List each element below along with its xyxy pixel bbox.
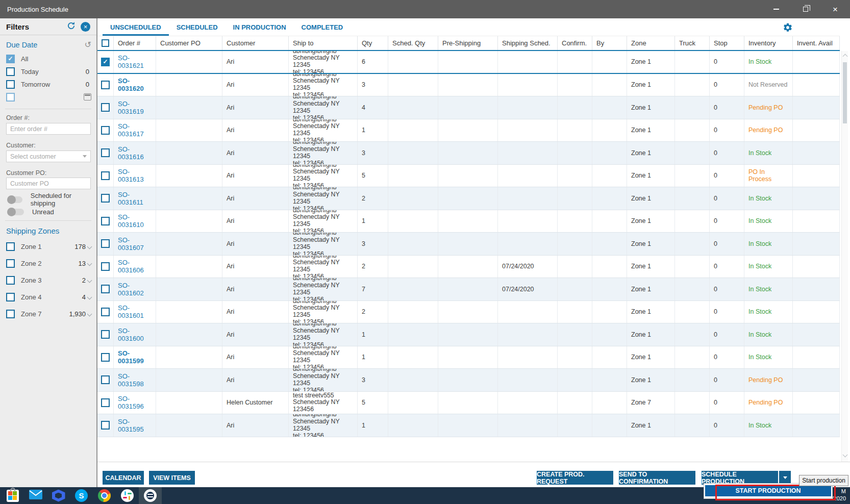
taskbar-icon-mail[interactable] (24, 487, 47, 504)
chevron-down-icon[interactable] (87, 294, 92, 299)
table-row[interactable]: SO-0031619AridbhfbhgfbhfghbSchenectady N… (97, 96, 840, 119)
table-row[interactable]: SO-0031606AridbhfbhgfbhfghbSchenectady N… (97, 256, 840, 279)
table-row[interactable]: SO-0031595AridbhfbhgfbhfghbSchenectady N… (97, 414, 840, 437)
table-row[interactable]: SO-0031610AridbhfbhgfbhfghbSchenectady N… (97, 210, 840, 233)
scrollbar-thumb[interactable] (843, 62, 847, 123)
chevron-down-icon[interactable] (87, 244, 92, 249)
reset-due-date-icon[interactable]: ↺ (85, 41, 91, 49)
column-header-inventory[interactable]: Inventory (744, 36, 793, 50)
taskbar-icon-hexagon-app[interactable] (47, 487, 70, 504)
zone-checkbox-zone-1[interactable] (6, 242, 15, 251)
table-row[interactable]: SO-0031616AridbhfbhgfbhfghbSchenectady N… (97, 142, 840, 165)
send-to-confirmation-button[interactable]: SEND TO CONFIRMATION (619, 471, 695, 485)
column-header-ship-to[interactable]: Ship to (289, 36, 358, 50)
row-checkbox[interactable] (101, 353, 110, 362)
row-checkbox[interactable] (101, 398, 110, 407)
row-checkbox[interactable] (101, 375, 110, 384)
taskbar-icon-microsoft-store[interactable] (1, 487, 24, 504)
taskbar-icon-production-app[interactable] (139, 487, 162, 504)
column-header-customer[interactable]: Customer (222, 36, 289, 50)
select-all-checkbox[interactable] (102, 39, 109, 47)
row-checkbox[interactable] (101, 58, 110, 66)
row-checkbox[interactable] (101, 262, 110, 271)
order-link[interactable]: SO-0031600 (118, 327, 152, 342)
order-link[interactable]: SO-0031616 (118, 145, 152, 161)
row-checkbox[interactable] (101, 81, 110, 89)
column-header-shipping-sched[interactable]: Shipping Sched. (498, 36, 558, 50)
table-row[interactable]: SO-0031620AridbhfbhgfbhfghbSchenectady N… (97, 74, 840, 97)
table-row[interactable]: SO-0031613AridbhfbhgfbhfghbSchenectady N… (97, 165, 840, 188)
column-header-pre-shipping[interactable]: Pre-Shipping (438, 36, 498, 50)
taskbar-icon-slack[interactable] (116, 487, 139, 504)
column-header-stop[interactable]: Stop (710, 36, 744, 50)
order-link[interactable]: SO-0031595 (118, 418, 152, 433)
zone-checkbox-zone-2[interactable] (6, 259, 15, 268)
chevron-down-icon[interactable] (87, 278, 92, 283)
column-header-by[interactable]: By (592, 36, 627, 50)
order-link[interactable]: SO-0031607 (118, 236, 152, 251)
due-date-checkbox-tomorrow[interactable] (6, 80, 15, 89)
row-checkbox[interactable] (101, 285, 110, 293)
column-header-sched-qty[interactable]: Sched. Qty (388, 36, 438, 50)
refresh-filters-icon[interactable] (67, 21, 76, 32)
tab-scheduled[interactable]: SCHEDULED (169, 18, 226, 36)
order-link[interactable]: SO-0031598 (118, 372, 152, 388)
row-checkbox[interactable] (101, 421, 110, 430)
table-row[interactable]: SO-0031602AridbhfbhgfbhfghbSchenectady N… (97, 278, 840, 301)
row-checkbox[interactable] (101, 103, 110, 112)
customer-po-input[interactable] (6, 178, 91, 189)
row-checkbox[interactable] (101, 171, 110, 180)
order-number-input[interactable] (6, 123, 91, 135)
row-checkbox[interactable] (101, 148, 110, 157)
table-row[interactable]: SO-0031600AridbhfbhgfbhfghbSchenectady N… (97, 323, 840, 346)
vertical-scrollbar[interactable] (841, 51, 848, 462)
minimize-button[interactable] (761, 0, 791, 18)
schedule-production-dropdown-button[interactable] (779, 471, 791, 485)
tab-in-production[interactable]: IN PRODUCTION (226, 18, 294, 36)
view-items-button[interactable]: VIEW ITEMS (149, 471, 195, 485)
table-row[interactable]: SO-0031596Helen Customertest streetv555S… (97, 392, 840, 415)
order-link[interactable]: SO-0031599 (118, 349, 152, 365)
restore-button[interactable] (791, 0, 820, 18)
toggle-unread[interactable] (7, 209, 24, 215)
column-header-truck[interactable]: Truck (675, 36, 710, 50)
tab-unscheduled[interactable]: UNSCHEDULED (103, 18, 169, 36)
settings-gear-icon[interactable] (783, 22, 793, 33)
close-button[interactable]: × (820, 0, 850, 18)
row-checkbox[interactable] (101, 126, 110, 135)
zone-checkbox-zone-3[interactable] (6, 276, 15, 285)
due-date-checkbox-today[interactable] (6, 67, 15, 76)
scroll-up-icon[interactable] (843, 54, 848, 59)
tab-completed[interactable]: COMPLETED (294, 18, 351, 36)
column-header-confirm[interactable]: Confirm. (558, 36, 592, 50)
table-row[interactable]: SO-0031598AridbhfbhgfbhfghbSchenectady N… (97, 369, 840, 392)
zone-checkbox-zone-4[interactable] (6, 293, 15, 301)
taskbar-icon-chrome[interactable] (93, 487, 116, 504)
zone-checkbox-zone-7[interactable] (6, 310, 15, 318)
row-checkbox[interactable] (101, 217, 110, 225)
column-header-customer-po[interactable]: Customer PO (156, 36, 222, 50)
toggle-scheduled-for-shipping[interactable] (7, 196, 22, 203)
close-filters-icon[interactable]: × (81, 22, 90, 32)
due-date-custom-checkbox[interactable] (6, 93, 15, 102)
order-link[interactable]: SO-0031596 (118, 395, 152, 410)
order-link[interactable]: SO-0031617 (118, 122, 152, 138)
table-row[interactable]: SO-0031611AridbhfbhgfbhfghbSchenectady N… (97, 187, 840, 210)
scroll-down-icon[interactable] (843, 452, 848, 458)
column-header-invent-avail[interactable]: Invent. Avail (793, 36, 840, 50)
row-checkbox[interactable] (101, 239, 110, 248)
chevron-down-icon[interactable] (87, 261, 92, 266)
order-link[interactable]: SO-0031619 (118, 100, 152, 115)
due-date-checkbox-all[interactable] (6, 55, 15, 63)
row-checkbox[interactable] (101, 194, 110, 203)
order-link[interactable]: SO-0031611 (118, 191, 152, 206)
row-checkbox[interactable] (101, 308, 110, 316)
chevron-down-icon[interactable] (87, 311, 92, 316)
table-row[interactable]: SO-0031621AridbhfbhgfbhfghbSchenectady N… (97, 51, 840, 74)
table-row[interactable]: SO-0031599AridbhfbhgfbhfghbSchenectady N… (97, 346, 840, 369)
order-link[interactable]: SO-0031613 (118, 168, 152, 183)
column-header-qty[interactable]: Qty (358, 36, 388, 50)
schedule-production-button[interactable]: SCHEDULE PRODUCTION (702, 471, 778, 485)
order-link[interactable]: SO-0031602 (118, 282, 152, 297)
calendar-button[interactable]: CALENDAR (103, 471, 144, 485)
